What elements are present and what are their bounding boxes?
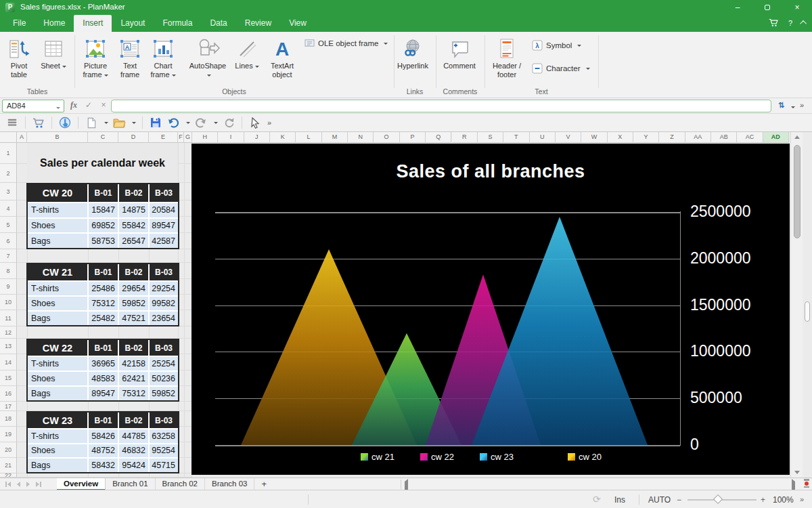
- menu-tab-file[interactable]: File: [4, 15, 35, 30]
- close-button[interactable]: ×: [782, 0, 812, 15]
- expand-formula-bar-icon[interactable]: ⇅: [778, 101, 784, 110]
- sheet-tab-branch-01[interactable]: Branch 01: [106, 478, 155, 490]
- zoom-out-button[interactable]: −: [677, 495, 681, 505]
- column-header-AC[interactable]: AC: [737, 132, 763, 143]
- table-row-label[interactable]: T-shirts: [28, 203, 87, 217]
- column-header-N[interactable]: N: [348, 132, 374, 143]
- formula-input[interactable]: [111, 100, 771, 112]
- table-cell-value[interactable]: 58432: [89, 459, 118, 472]
- first-sheet-icon[interactable]: [5, 482, 11, 487]
- scroll-down-icon[interactable]: [794, 471, 800, 474]
- repeat-icon[interactable]: [222, 116, 235, 129]
- table-branch-header[interactable]: B-02: [119, 412, 148, 428]
- table-branch-header[interactable]: B-01: [89, 412, 118, 428]
- row-header-13[interactable]: 13: [0, 339, 17, 354]
- table-row-label[interactable]: Shoes: [28, 372, 87, 385]
- column-header-AD[interactable]: AD: [763, 132, 789, 143]
- table-cell-value[interactable]: 29654: [119, 282, 148, 295]
- column-header-Z[interactable]: Z: [659, 132, 685, 143]
- help-icon[interactable]: ?: [788, 19, 792, 27]
- table-row-label[interactable]: T-shirts: [28, 357, 87, 371]
- row-header-19[interactable]: 19: [0, 427, 17, 442]
- vertical-scrollbar[interactable]: [790, 132, 803, 478]
- row-header-4[interactable]: 4: [0, 200, 17, 217]
- table-cell-value[interactable]: 48583: [89, 372, 118, 385]
- dropdown-arrow-icon[interactable]: [214, 122, 218, 126]
- maximize-button[interactable]: [752, 0, 782, 15]
- lines-button[interactable]: Lines: [233, 36, 261, 70]
- cart-icon[interactable]: [769, 18, 779, 27]
- pivot-table-button[interactable]: Pivot table: [3, 36, 35, 79]
- table-cell-value[interactable]: 25482: [89, 312, 118, 325]
- table-cell-value[interactable]: 47521: [119, 312, 148, 325]
- table-week-header[interactable]: CW 22: [28, 340, 87, 356]
- table-cell-value[interactable]: 95254: [150, 444, 178, 458]
- column-header-H[interactable]: H: [192, 132, 218, 143]
- column-header-B[interactable]: B: [27, 132, 88, 143]
- table-cell-value[interactable]: 23654: [150, 312, 178, 325]
- column-header-V[interactable]: V: [556, 132, 581, 143]
- new-document-icon[interactable]: [85, 116, 98, 129]
- row-header-5[interactable]: 5: [0, 217, 17, 233]
- header-footer-button[interactable]: Header / footer: [487, 36, 526, 79]
- table-week-header[interactable]: CW 20: [28, 184, 87, 202]
- last-sheet-icon[interactable]: [36, 482, 41, 487]
- row-header-6[interactable]: 6: [0, 233, 17, 249]
- undo-icon[interactable]: [166, 116, 180, 129]
- row-header-16[interactable]: 16: [0, 386, 17, 402]
- table-week-header[interactable]: CW 21: [28, 264, 87, 280]
- zoom-slider-handle[interactable]: [713, 494, 723, 504]
- table-cell-value[interactable]: 45715: [150, 459, 178, 472]
- column-header-C[interactable]: C: [88, 132, 118, 143]
- picture-frame-button[interactable]: Picture frame: [77, 36, 114, 79]
- pointer-icon[interactable]: [248, 116, 262, 129]
- confirm-entry-icon[interactable]: ✓: [83, 100, 95, 110]
- column-header-D[interactable]: D: [118, 132, 149, 143]
- refresh-icon[interactable]: ⟳: [593, 494, 601, 505]
- dropdown-arrow-icon[interactable]: [791, 106, 795, 110]
- column-header-P[interactable]: P: [400, 132, 426, 143]
- column-header-K[interactable]: K: [270, 132, 296, 143]
- legend-item-cw-21[interactable]: cw 21: [361, 452, 394, 462]
- column-header-I[interactable]: I: [218, 132, 244, 143]
- legend-item-cw-20[interactable]: cw 20: [568, 452, 602, 462]
- table-cell-value[interactable]: 89547: [89, 387, 118, 400]
- select-all-corner[interactable]: [0, 132, 17, 143]
- table-row-label[interactable]: Bags: [28, 387, 87, 400]
- table-cell-value[interactable]: 26547: [119, 234, 148, 248]
- table-row-label[interactable]: T-shirts: [28, 429, 87, 443]
- textart-object-button[interactable]: A TextArt object: [265, 36, 299, 79]
- save-icon[interactable]: [149, 116, 162, 129]
- minimize-button[interactable]: –: [723, 0, 752, 15]
- table-cell-value[interactable]: 99582: [150, 297, 178, 310]
- table-cell-value[interactable]: 75312: [89, 297, 118, 310]
- row-header-11[interactable]: 11: [0, 310, 17, 326]
- menu-tab-home[interactable]: Home: [35, 15, 74, 30]
- table-branch-header[interactable]: B-03: [150, 412, 178, 428]
- column-header-S[interactable]: S: [478, 132, 503, 143]
- vertical-scroll-thumb[interactable]: [794, 145, 800, 238]
- table-week-header[interactable]: CW 23: [28, 412, 87, 428]
- sheet-tab-branch-03[interactable]: Branch 03: [205, 478, 254, 490]
- dropdown-arrow-icon[interactable]: [104, 122, 108, 126]
- menu-tab-data[interactable]: Data: [201, 15, 235, 30]
- text-frame-button[interactable]: A Text frame: [115, 36, 145, 79]
- column-header-X[interactable]: X: [608, 132, 633, 143]
- hyperlink-button[interactable]: Hyperlink: [394, 36, 432, 70]
- column-header-R[interactable]: R: [452, 132, 478, 143]
- table-row-label[interactable]: Bags: [28, 312, 87, 325]
- row-header-10[interactable]: 10: [0, 295, 17, 310]
- zoom-level[interactable]: 100%: [773, 495, 794, 505]
- insert-function-button[interactable]: fx: [68, 100, 80, 110]
- dropdown-arrow-icon[interactable]: [132, 122, 136, 126]
- table-branch-header[interactable]: B-02: [119, 184, 148, 202]
- sidebar-icon[interactable]: [5, 116, 19, 129]
- cell-reference-box[interactable]: AD84: [2, 100, 64, 112]
- split-handle-icon[interactable]: [804, 479, 809, 481]
- open-icon[interactable]: [112, 116, 126, 129]
- column-header-T[interactable]: T: [503, 132, 529, 143]
- table-branch-header[interactable]: B-01: [89, 264, 118, 280]
- sheet-title-cell[interactable]: Sales per calendar week: [27, 143, 178, 183]
- table-cell-value[interactable]: 14875: [119, 203, 148, 217]
- table-cell-value[interactable]: 69852: [89, 219, 118, 233]
